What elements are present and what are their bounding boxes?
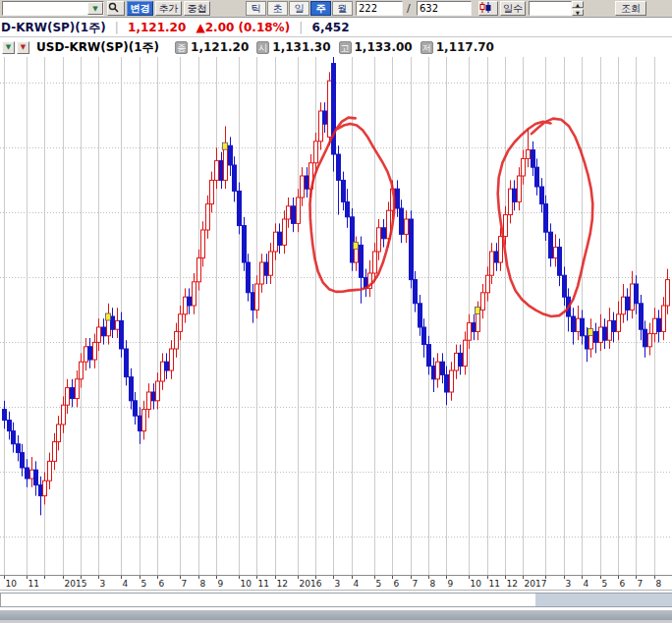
candle — [495, 252, 499, 262]
candle-type-button[interactable] — [478, 1, 498, 16]
candle — [238, 191, 242, 225]
candle — [97, 327, 101, 342]
candle — [535, 167, 539, 187]
candle — [527, 150, 531, 159]
legend-dropdown-red-icon[interactable]: ▼ — [17, 41, 29, 54]
candle — [26, 468, 29, 479]
axis-label: 6 — [620, 579, 626, 589]
period-day-button[interactable]: 일 — [289, 1, 309, 16]
period-week-button[interactable]: 주 — [310, 1, 331, 16]
candle — [382, 228, 386, 239]
candle — [544, 204, 548, 233]
candle — [260, 262, 264, 284]
high-value: 1,133.00 — [355, 40, 413, 54]
candle — [48, 461, 52, 481]
overlap-button[interactable]: 중첩 — [184, 1, 210, 16]
candle — [111, 316, 115, 329]
spinner-up-icon[interactable]: ▲ — [572, 1, 584, 8]
candle — [504, 215, 508, 237]
scrollbar-range[interactable] — [535, 594, 672, 606]
candle — [297, 198, 301, 223]
candle — [328, 81, 332, 137]
total-count-input[interactable] — [417, 1, 472, 16]
candle-count-input[interactable] — [356, 1, 403, 16]
candle — [436, 362, 440, 379]
search-icon — [108, 2, 119, 13]
candle — [278, 232, 282, 245]
candle — [351, 217, 355, 262]
days-count-input[interactable] — [529, 1, 572, 16]
candle — [57, 425, 61, 442]
candle — [532, 150, 535, 168]
candle — [554, 248, 558, 258]
axis-label: 5 — [602, 579, 608, 589]
window-bottom-bar — [0, 610, 672, 620]
axis-label: 2017 — [525, 579, 547, 589]
event-marker — [476, 307, 480, 313]
candle — [662, 306, 666, 331]
price-chart[interactable]: 1011201534567891011122016345678910111220… — [0, 57, 672, 591]
axis-label: 5 — [376, 579, 382, 589]
toolbar: ▼ 변경 추가 중첩 틱 초 일 주 월 / 일수 ▲ — [0, 0, 672, 18]
query-button[interactable]: 조회 — [615, 1, 646, 16]
candle — [283, 219, 287, 245]
candle — [12, 431, 16, 444]
period-tick-button[interactable]: 틱 — [246, 1, 266, 16]
chevron-down-icon[interactable]: ▼ — [87, 2, 103, 15]
candle — [323, 111, 327, 124]
candle — [66, 388, 70, 406]
candle — [255, 284, 259, 310]
change-button[interactable]: 변경 — [127, 1, 153, 16]
add-button[interactable]: 추가 — [155, 1, 182, 16]
candle — [134, 401, 138, 416]
candle — [422, 327, 426, 345]
period-month-button[interactable]: 월 — [332, 1, 353, 16]
legend-title: USD-KRW(SP)(1주) — [36, 39, 159, 56]
candle — [247, 262, 251, 293]
candle — [76, 379, 80, 399]
candle — [549, 232, 553, 257]
candle — [427, 345, 431, 367]
quote-symbol: D-KRW(SP)(1주) — [0, 21, 106, 34]
candle — [631, 284, 635, 310]
candle — [3, 410, 7, 421]
candle — [419, 304, 422, 327]
candle — [603, 327, 607, 340]
candle — [586, 336, 589, 349]
days-button[interactable]: 일수 — [500, 1, 526, 16]
legend-dropdown-green-icon[interactable]: ▼ — [2, 41, 15, 54]
candle — [468, 323, 472, 341]
candle — [165, 362, 169, 370]
event-marker — [223, 142, 228, 149]
quote-price: 1,121.20 — [128, 21, 186, 34]
candle — [306, 176, 309, 189]
axis-label: 2015 — [65, 579, 87, 589]
candle — [581, 318, 585, 336]
symbol-combobox[interactable]: ▼ — [2, 1, 104, 16]
spinner-down-icon[interactable]: ▼ — [572, 9, 584, 16]
close-badge: 종 — [175, 41, 188, 54]
search-button[interactable] — [107, 1, 125, 16]
candle — [142, 410, 146, 431]
candle — [292, 206, 296, 224]
axis-label: 5 — [141, 579, 147, 589]
candle — [21, 453, 25, 468]
candle — [102, 327, 106, 336]
axis-label: 12 — [277, 579, 288, 589]
candle — [666, 280, 670, 306]
candle — [522, 158, 526, 176]
candle — [201, 230, 205, 258]
separator: | — [294, 21, 308, 34]
candlestick-chart[interactable]: 1011201534567891011122016345678910111220… — [0, 57, 672, 591]
period-second-button[interactable]: 초 — [267, 1, 288, 16]
candle — [608, 320, 612, 340]
candle — [481, 293, 485, 311]
candle — [161, 362, 165, 381]
chart-scrollbar[interactable] — [0, 593, 672, 607]
candle — [486, 275, 490, 293]
candle — [377, 228, 381, 252]
axis-label: 7 — [638, 579, 644, 589]
candle — [53, 442, 57, 462]
candle — [612, 320, 616, 331]
candle — [414, 280, 418, 304]
